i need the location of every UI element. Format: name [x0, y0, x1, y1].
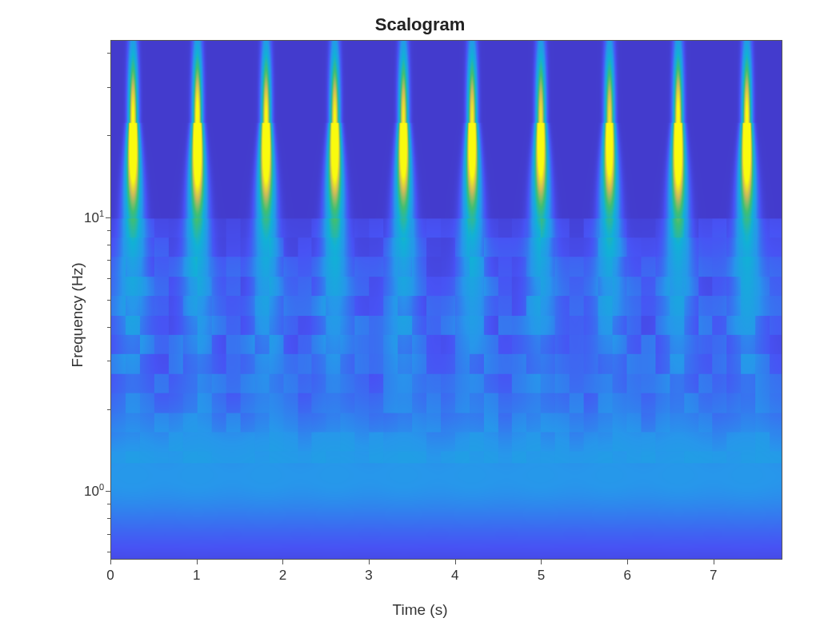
x-tick-mark [541, 560, 542, 564]
y-minor-tick-mark [107, 278, 110, 279]
x-tick-mark [627, 560, 628, 564]
chart-title: Scalogram [0, 14, 840, 35]
x-tick-mark [282, 560, 283, 564]
scalogram-heatmap [111, 41, 782, 559]
y-minor-tick-mark [107, 518, 110, 519]
x-tick-label: 2 [279, 568, 286, 584]
x-tick-label: 0 [106, 568, 114, 584]
y-minor-tick-mark [107, 552, 110, 552]
x-tick-label: 4 [451, 568, 458, 584]
x-tick-mark [714, 560, 714, 564]
x-tick-label: 7 [710, 568, 717, 584]
y-axis-label: Frequency (Hz) [69, 263, 86, 368]
y-tick-mark [106, 491, 110, 492]
y-minor-tick-mark [107, 230, 110, 231]
y-tick-label: 100 [75, 483, 104, 500]
y-minor-tick-mark [107, 504, 110, 504]
plot-area [110, 40, 782, 560]
y-minor-tick-mark [107, 409, 110, 410]
y-tick-label: 101 [75, 209, 104, 227]
x-axis-label: Time (s) [0, 601, 840, 619]
x-tick-label: 3 [365, 568, 372, 584]
y-minor-tick-mark [107, 53, 110, 54]
y-minor-tick-mark [107, 534, 110, 535]
y-minor-tick-mark [107, 300, 110, 301]
y-tick-mark [106, 217, 110, 218]
y-minor-tick-mark [107, 361, 110, 361]
x-tick-mark [455, 560, 456, 564]
x-tick-label: 6 [623, 568, 630, 584]
y-minor-tick-mark [107, 87, 110, 88]
y-minor-tick-mark [107, 260, 110, 261]
y-minor-tick-mark [107, 245, 110, 245]
x-tick-mark [110, 560, 111, 564]
x-tick-label: 1 [193, 568, 200, 584]
figure: Scalogram Frequency (Hz) Time (s) 012345… [0, 0, 840, 630]
x-tick-mark [369, 560, 370, 564]
y-minor-tick-mark [107, 327, 110, 328]
x-tick-label: 5 [538, 568, 545, 584]
y-minor-tick-mark [107, 135, 110, 136]
x-tick-mark [197, 560, 198, 564]
